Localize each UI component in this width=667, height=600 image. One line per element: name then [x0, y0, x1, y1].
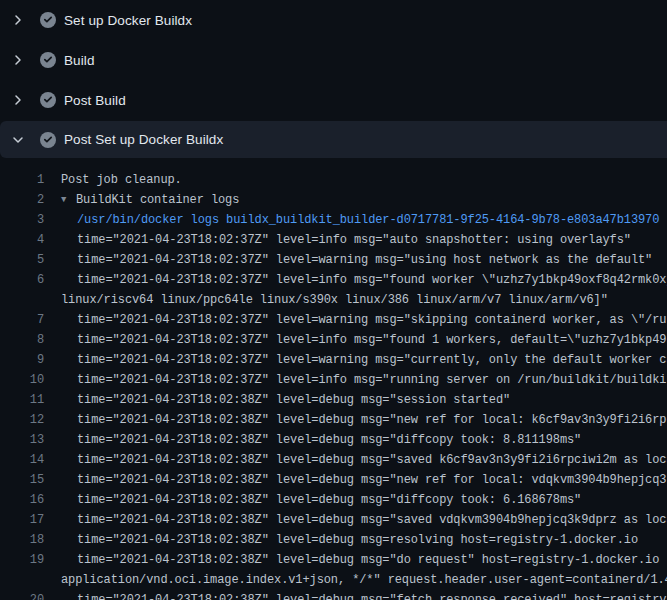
- log-line-text: application/vnd.oci.image.index.v1+json,…: [61, 570, 667, 590]
- log-line: 1 Post job cleanup.: [0, 170, 667, 190]
- log-line: 20 time="2021-04-23T18:02:38Z" level=deb…: [0, 590, 667, 600]
- log-line: 8 time="2021-04-23T18:02:37Z" level=info…: [0, 330, 667, 350]
- log-line: 11 time="2021-04-23T18:02:38Z" level=deb…: [0, 390, 667, 410]
- log-line-number[interactable]: 13: [0, 430, 44, 450]
- step-sections-list: Set up Docker Buildx Build: [0, 0, 667, 158]
- log-line: 15 time="2021-04-23T18:02:38Z" level=deb…: [0, 470, 667, 490]
- chevron-right-icon[interactable]: [10, 52, 26, 68]
- log-group-label: BuildKit container logs: [76, 193, 239, 207]
- log-line-number[interactable]: 17: [0, 510, 44, 530]
- log-line: 16 time="2021-04-23T18:02:38Z" level=deb…: [0, 490, 667, 510]
- log-line-number[interactable]: 18: [0, 530, 44, 550]
- log-line: 10 time="2021-04-23T18:02:37Z" level=inf…: [0, 370, 667, 390]
- log-line: 17 time="2021-04-23T18:02:38Z" level=deb…: [0, 510, 667, 530]
- log-line-text: /usr/bin/docker logs buildx_buildkit_bui…: [77, 210, 659, 230]
- log-line-text: time="2021-04-23T18:02:38Z" level=debug …: [77, 470, 667, 490]
- log-line-number[interactable]: 20: [0, 590, 44, 600]
- log-line: 18 time="2021-04-23T18:02:38Z" level=deb…: [0, 530, 667, 550]
- log-line: 19 time="2021-04-23T18:02:38Z" level=deb…: [0, 550, 667, 570]
- log-line-text: time="2021-04-23T18:02:38Z" level=debug …: [77, 410, 667, 430]
- log-line: 12 time="2021-04-23T18:02:38Z" level=deb…: [0, 410, 667, 430]
- log-line-text: linux/riscv64 linux/ppc64le linux/s390x …: [61, 290, 608, 310]
- log-line-text: time="2021-04-23T18:02:38Z" level=debug …: [77, 510, 667, 530]
- step-section-label: Post Set up Docker Buildx: [64, 132, 223, 147]
- log-line-text: time="2021-04-23T18:02:38Z" level=debug …: [77, 450, 667, 470]
- log-line: 14 time="2021-04-23T18:02:38Z" level=deb…: [0, 450, 667, 470]
- log-line-number[interactable]: 11: [0, 390, 44, 410]
- chevron-right-icon[interactable]: [10, 12, 26, 28]
- log-line-text: time="2021-04-23T18:02:38Z" level=debug …: [77, 390, 510, 410]
- log-line-number[interactable]: 16: [0, 490, 44, 510]
- log-line-number[interactable]: 9: [0, 350, 44, 370]
- log-group-toggle-icon[interactable]: ▼: [61, 190, 76, 210]
- log-line: 7 time="2021-04-23T18:02:37Z" level=warn…: [0, 310, 667, 330]
- log-line-text: time="2021-04-23T18:02:38Z" level=debug …: [77, 490, 581, 510]
- check-circle-icon: [40, 92, 56, 108]
- log-line: linux/riscv64 linux/ppc64le linux/s390x …: [0, 290, 667, 310]
- log-line-number[interactable]: 2: [0, 190, 44, 210]
- log-line: 5 time="2021-04-23T18:02:37Z" level=warn…: [0, 250, 667, 270]
- check-circle-icon: [40, 132, 56, 148]
- check-circle-icon: [40, 52, 56, 68]
- log-line-text: time="2021-04-23T18:02:37Z" level=warnin…: [77, 350, 667, 370]
- step-section-label: Post Build: [64, 93, 126, 108]
- log-line-number[interactable]: 7: [0, 310, 44, 330]
- log-line-text: time="2021-04-23T18:02:37Z" level=info m…: [77, 330, 667, 350]
- log-line-text: ▼BuildKit container logs: [61, 190, 239, 210]
- log-line-text: Post job cleanup.: [61, 170, 182, 190]
- log-line-text: time="2021-04-23T18:02:38Z" level=debug …: [77, 530, 638, 550]
- step-section-row[interactable]: Post Build: [0, 80, 667, 120]
- step-section-label: Build: [64, 53, 95, 68]
- log-line-number[interactable]: 19: [0, 550, 44, 570]
- log-line-number[interactable]: 14: [0, 450, 44, 470]
- log-line-number[interactable]: 8: [0, 330, 44, 350]
- log-line: 9 time="2021-04-23T18:02:37Z" level=warn…: [0, 350, 667, 370]
- log-line-text: time="2021-04-23T18:02:37Z" level=info m…: [77, 370, 667, 390]
- chevron-right-icon[interactable]: [10, 92, 26, 108]
- log-line-number[interactable]: 5: [0, 250, 44, 270]
- chevron-down-icon[interactable]: [10, 132, 26, 148]
- log-line-text: time="2021-04-23T18:02:37Z" level=info m…: [77, 230, 631, 250]
- log-line-number[interactable]: [0, 570, 44, 590]
- check-circle-icon: [40, 12, 56, 28]
- log-line-text: time="2021-04-23T18:02:37Z" level=warnin…: [77, 310, 667, 330]
- log-line-text: time="2021-04-23T18:02:37Z" level=info m…: [77, 270, 667, 290]
- actions-log-panel: Set up Docker Buildx Build: [0, 0, 667, 600]
- step-section-label: Set up Docker Buildx: [64, 13, 192, 28]
- log-line-number[interactable]: 12: [0, 410, 44, 430]
- log-line-text: time="2021-04-23T18:02:37Z" level=warnin…: [77, 250, 652, 270]
- step-section-row[interactable]: Set up Docker Buildx: [0, 0, 667, 40]
- log-line-number[interactable]: 10: [0, 370, 44, 390]
- log-line: 3 /usr/bin/docker logs buildx_buildkit_b…: [0, 210, 667, 230]
- log-line-text: time="2021-04-23T18:02:38Z" level=debug …: [77, 590, 667, 600]
- log-line: application/vnd.oci.image.index.v1+json,…: [0, 570, 667, 590]
- log-line-number[interactable]: 4: [0, 230, 44, 250]
- step-section-row[interactable]: Build: [0, 40, 667, 80]
- log-line-number[interactable]: 1: [0, 170, 44, 190]
- log-line: 4 time="2021-04-23T18:02:37Z" level=info…: [0, 230, 667, 250]
- log-line: 6 time="2021-04-23T18:02:37Z" level=info…: [0, 270, 667, 290]
- log-line: 2 ▼BuildKit container logs: [0, 190, 667, 210]
- log-line: 13 time="2021-04-23T18:02:38Z" level=deb…: [0, 430, 667, 450]
- log-line-number[interactable]: [0, 290, 44, 310]
- log-line-number[interactable]: 15: [0, 470, 44, 490]
- step-section-row[interactable]: Post Set up Docker Buildx: [0, 121, 667, 158]
- log-line-text: time="2021-04-23T18:02:38Z" level=debug …: [77, 550, 667, 570]
- log-line-number[interactable]: 6: [0, 270, 44, 290]
- log-lines-container: 1 Post job cleanup. 2 ▼BuildKit containe…: [0, 158, 667, 600]
- log-line-text: time="2021-04-23T18:02:38Z" level=debug …: [77, 430, 581, 450]
- log-line-number[interactable]: 3: [0, 210, 44, 230]
